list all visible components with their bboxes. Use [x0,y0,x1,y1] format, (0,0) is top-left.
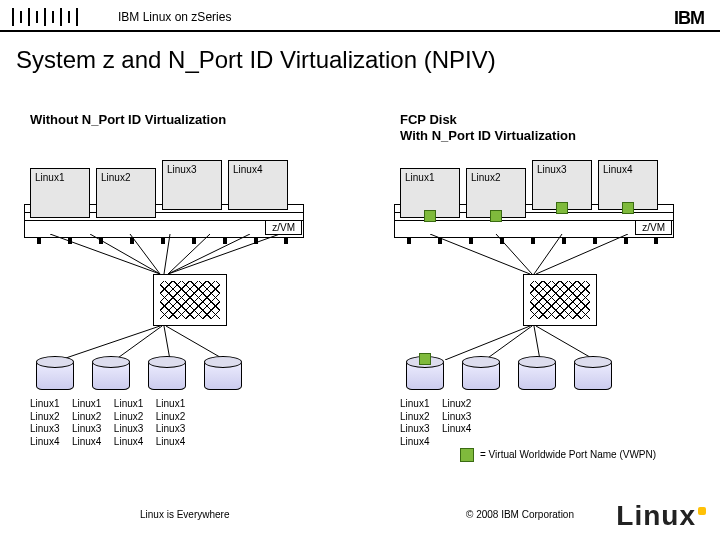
svg-line-11 [430,234,530,274]
svg-line-15 [445,326,530,360]
disk-icon [204,360,242,390]
guest-stack: Linux1 Linux2 Linux3 Linux4 z/VM [400,160,666,234]
footer-tagline: Linux is Everywhere [140,509,229,520]
svg-line-14 [536,234,628,274]
svg-line-8 [115,326,162,360]
svg-line-13 [534,234,562,274]
header-rule [0,30,720,32]
panel-caption: Without N_Port ID Virtualization [30,112,350,146]
guest-stack: Linux1 Linux2 Linux3 Linux4 z/VM [30,160,296,234]
disk-icon [92,360,130,390]
header-stripes [12,8,78,26]
fan-out-lines [30,326,296,360]
disk-icon [406,360,444,390]
slide: IBM Linux on zSeries IBM System z and N_… [0,0,720,540]
fan-out-lines [400,326,666,360]
vwpn-marker-icon [490,210,502,222]
svg-line-16 [485,326,532,360]
svg-line-7 [60,326,160,360]
vwpn-marker-icon [622,202,634,214]
guest-box: Linux1 [30,168,90,218]
disk-icon [574,360,612,390]
disk-row [406,360,720,390]
disk-icon [518,360,556,390]
svg-line-6 [168,234,280,274]
linux-logo: Linux [616,500,706,532]
hypervisor-label: z/VM [265,220,302,235]
svg-line-9 [164,326,170,360]
vwpn-marker-icon [424,210,436,222]
svg-line-18 [536,326,595,360]
vwpn-marker-icon [419,353,431,365]
panel-without-npiv: Without N_Port ID Virtualization Linux1 … [30,112,350,448]
panel-with-npiv: FCP Disk With N_Port ID Virtualization L… [400,112,720,448]
san-fabric-icon [153,274,227,326]
san-fabric-icon [523,274,597,326]
vwpn-marker-icon [556,202,568,214]
svg-line-5 [168,234,250,274]
footer-copyright: © 2008 IBM Corporation [466,509,574,520]
svg-line-3 [164,234,170,274]
disk-assignment-table: Linux1Linux2Linux3Linux4 Linux1Linux2Lin… [30,398,350,448]
panel-caption: FCP Disk With N_Port ID Virtualization [400,112,720,146]
vwpn-swatch-icon [460,448,474,462]
svg-line-4 [168,234,210,274]
hypervisor-label: z/VM [635,220,672,235]
svg-line-10 [166,326,225,360]
guest-box: Linux4 [228,160,288,210]
svg-line-1 [90,234,160,274]
svg-line-17 [534,326,540,360]
disk-icon [36,360,74,390]
disk-icon [148,360,186,390]
header-breadcrumb: IBM Linux on zSeries [118,10,231,24]
page-title: System z and N_Port ID Virtualization (N… [16,46,496,74]
svg-line-2 [130,234,160,274]
disk-row [36,360,350,390]
disk-icon [462,360,500,390]
disk-assignment-table: Linux1 Linux2 Linux3 Linux4 Linux2 Linux… [400,398,720,448]
brand-logo: IBM [674,8,704,29]
guest-box: Linux3 [162,160,222,210]
legend: = Virtual Worldwide Port Name (VWPN) [460,448,656,462]
svg-line-0 [50,234,160,274]
guest-box: Linux2 [96,168,156,218]
fan-in-lines [30,234,296,274]
fan-in-lines [400,234,666,274]
